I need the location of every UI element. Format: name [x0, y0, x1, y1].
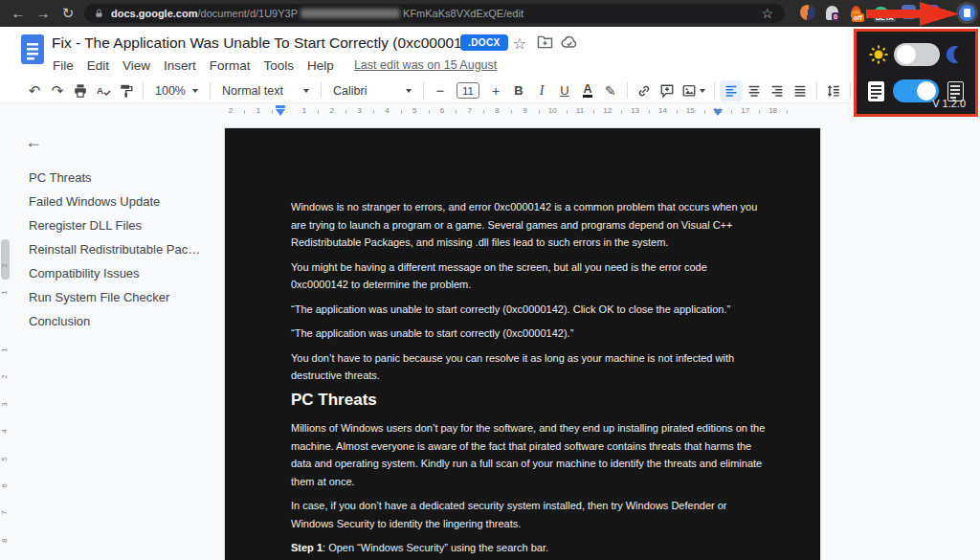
ruler-tick	[401, 110, 402, 114]
ruler-number: 6	[0, 483, 9, 487]
ruler-tick	[593, 110, 594, 114]
highlight-color-button[interactable]: ✎	[599, 80, 622, 101]
document-text[interactable]: Windows is no stranger to errors, and er…	[291, 198, 767, 560]
menu-item[interactable]: Insert	[157, 56, 203, 75]
ruler-number: 3	[0, 402, 9, 406]
add-comment-button[interactable]	[656, 80, 679, 101]
menu-item[interactable]: Tools	[257, 56, 301, 75]
menu-item[interactable]: View	[116, 56, 157, 75]
ruler-number: 3	[357, 106, 361, 115]
ruler-number: 2	[330, 106, 334, 115]
justify-button[interactable]	[789, 80, 812, 101]
font-size-input[interactable]: 11	[457, 82, 479, 99]
ruler-number: 16	[714, 106, 723, 115]
lock-icon	[94, 8, 104, 19]
ruler-tick	[731, 110, 732, 114]
outline-item[interactable]: Failed Windows Update	[29, 190, 215, 213]
address-bar[interactable]: docs.google.com/document/d/1U9Y3PKFmKaKs…	[84, 4, 785, 23]
outline-item[interactable]: Reregister DLL Files	[29, 213, 215, 237]
star-document-icon[interactable]: ☆	[510, 34, 529, 54]
ruler-number: 2	[229, 106, 233, 115]
insert-link-button[interactable]	[633, 80, 656, 101]
align-left-button[interactable]	[720, 80, 743, 101]
print-button[interactable]	[69, 80, 92, 101]
ruler-number: 11	[576, 106, 584, 115]
first-line-indent-marker[interactable]	[276, 105, 285, 108]
browser-forward-button[interactable]: →	[33, 3, 54, 24]
menu-item[interactable]: Help	[301, 56, 341, 75]
chevron-down-icon	[303, 89, 309, 93]
document-title[interactable]: Fix - The Application Was Unable To Star…	[52, 34, 483, 52]
horizontal-ruler[interactable]: 21123456789101112131415161718	[0, 103, 980, 118]
ruler-tick	[567, 110, 568, 114]
ruler-number: 12	[603, 106, 612, 115]
browser-toolbar: ← → ↻ docs.google.com/document/d/1U9Y3PK…	[0, 0, 980, 27]
vertical-ruler[interactable]: 21123456789101112	[0, 235, 12, 560]
light-mode-toggle[interactable]	[894, 43, 940, 66]
docs-header: Fix - The Application Was Unable To Star…	[0, 27, 980, 78]
paint-format-button[interactable]	[115, 80, 138, 101]
ghost-badge: 0	[832, 12, 839, 21]
spellcheck-button[interactable]: A	[92, 80, 115, 101]
extension-circle-icon[interactable]	[800, 5, 816, 21]
italic-button[interactable]: I	[530, 80, 553, 101]
chevron-down-icon	[192, 89, 198, 93]
close-outline-arrow-icon[interactable]: ←	[25, 132, 42, 152]
outline-item[interactable]: Run System File Checker	[29, 285, 215, 309]
url-path-pre: /document/d/1U9Y3P	[197, 8, 298, 19]
ruler-tick	[244, 110, 245, 114]
ruler-tick	[456, 110, 457, 114]
insert-image-button[interactable]	[679, 80, 709, 101]
ruler-tick	[539, 110, 540, 114]
outline-item[interactable]: Reinstall Redistributable Pac…	[29, 237, 215, 261]
text-color-button[interactable]: A	[576, 80, 599, 101]
step-label: Step 1	[291, 542, 323, 553]
ruler-number: 2	[0, 375, 9, 379]
redo-button[interactable]: ↷	[46, 80, 69, 101]
menu-item[interactable]: File	[46, 56, 80, 75]
sun-icon	[868, 44, 889, 65]
cloud-saved-icon[interactable]	[560, 34, 579, 54]
ruler-number: 7	[468, 106, 472, 115]
left-indent-marker[interactable]	[276, 109, 285, 116]
ruler-number: 7	[0, 511, 9, 515]
ruler-number: 13	[631, 106, 639, 115]
svg-text:A: A	[97, 84, 103, 95]
menu-item[interactable]: Format	[203, 56, 257, 75]
decrease-font-size-button[interactable]: −	[429, 80, 452, 101]
bookmark-star-icon[interactable]: ☆	[761, 4, 773, 23]
ruler-number: 18	[768, 106, 777, 115]
ruler-tick	[318, 110, 319, 114]
underline-button[interactable]: U	[553, 80, 576, 101]
browser-back-button[interactable]: ←	[8, 3, 29, 24]
document-outline: PC ThreatsFailed Windows UpdateReregiste…	[29, 166, 215, 333]
menu-item[interactable]: Edit	[80, 56, 116, 75]
align-center-button[interactable]	[743, 80, 766, 101]
align-right-button[interactable]	[766, 80, 789, 101]
google-docs-logo[interactable]	[21, 34, 44, 64]
increase-font-size-button[interactable]: +	[484, 80, 507, 101]
styles-select[interactable]: Normal text	[215, 80, 316, 101]
ruler-number: 4	[385, 106, 389, 115]
outline-item[interactable]: PC Threats	[29, 166, 215, 190]
chevron-down-icon	[406, 89, 412, 93]
outline-item[interactable]: Conclusion	[29, 309, 215, 333]
browser-reload-button[interactable]: ↻	[57, 3, 78, 24]
url-path-post: KFmKaKs8VXdExQE/edit	[403, 8, 523, 19]
last-edit-link[interactable]: Last edit was on 15 August	[354, 58, 497, 72]
ruler-number: 8	[495, 106, 499, 115]
line-spacing-button[interactable]	[822, 80, 845, 101]
step-text: : Open “Windows Security” using the sear…	[323, 542, 548, 553]
document-page[interactable]: Windows is no stranger to errors, and er…	[225, 128, 820, 560]
move-to-folder-icon[interactable]	[535, 34, 554, 54]
zoom-select[interactable]: 100%	[148, 80, 205, 101]
ruler-number: 1	[0, 290, 9, 294]
ruler-tick	[759, 110, 760, 114]
undo-button[interactable]: ↶	[23, 80, 46, 101]
outline-item[interactable]: Compatibility Issues	[29, 261, 215, 285]
bold-button[interactable]: B	[507, 80, 530, 101]
ruler-tick	[272, 110, 273, 114]
moon-icon	[945, 45, 964, 64]
ruler-tick	[787, 110, 788, 114]
font-select[interactable]: Calibri	[326, 80, 418, 101]
